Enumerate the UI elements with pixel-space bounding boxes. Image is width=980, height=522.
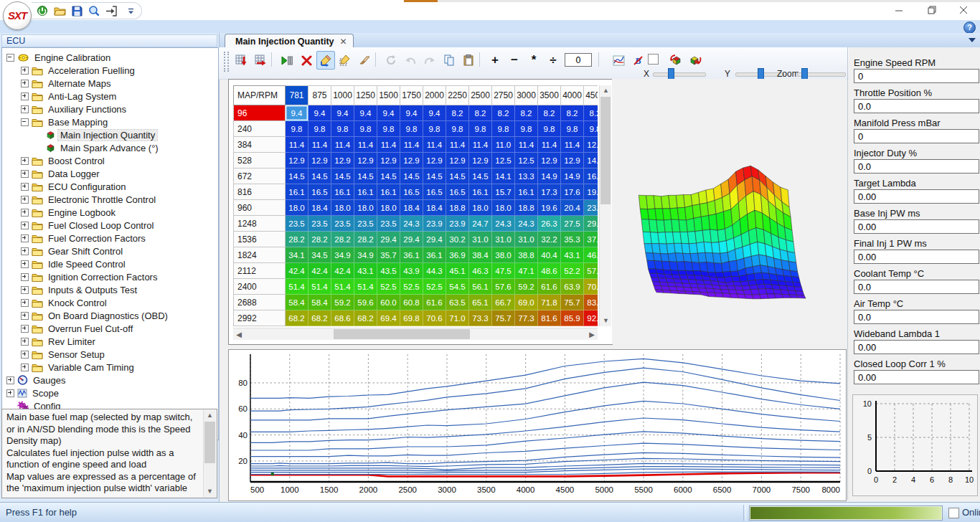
map-cell[interactable]: 14.5 (423, 169, 446, 184)
scroll-thumb[interactable] (204, 422, 215, 463)
tree-item-gear-shift-control[interactable]: Gear Shift Control (2, 245, 218, 257)
map-cell[interactable]: 65.1 (469, 295, 492, 310)
map-cell[interactable]: 34.1 (286, 247, 308, 263)
column-header-1000[interactable]: 1000 (331, 85, 354, 105)
map-cell[interactable]: 17.3 (538, 184, 561, 200)
row-header-240[interactable]: 240 (233, 121, 286, 137)
map-cell[interactable]: 18.8 (446, 200, 469, 216)
row-header-96[interactable]: 96 (233, 105, 286, 121)
map-cell[interactable]: 28.2 (308, 232, 331, 247)
expand-icon[interactable] (21, 67, 29, 75)
map-cell[interactable]: 16.1 (354, 184, 377, 200)
map-cell[interactable]: 16.1 (377, 184, 400, 200)
send-to-ecu-icon[interactable] (105, 4, 118, 17)
map-cell[interactable]: 75.7 (492, 310, 515, 326)
tree-item-fuel-correction-factors[interactable]: Fuel Correction Factors (2, 232, 218, 245)
map-cell[interactable]: 18.0 (354, 200, 377, 216)
tree-item-auxiliary-functions[interactable]: Auxiliary Functions (2, 103, 218, 115)
table-vertical-scrollbar[interactable]: ▲ ▼ (599, 85, 611, 326)
pencil-dashed-icon[interactable] (336, 51, 354, 70)
field-wideband-lambda-1[interactable] (854, 340, 979, 354)
map-cell[interactable]: 68.2 (286, 310, 308, 326)
map-cell[interactable]: 11.4 (377, 137, 400, 153)
row-header-960[interactable]: 960 (233, 200, 286, 216)
expand-icon[interactable] (6, 376, 14, 384)
map-cell[interactable]: 23.5 (377, 216, 400, 232)
expand-icon[interactable] (21, 183, 29, 191)
map-cell[interactable]: 36.1 (423, 247, 446, 263)
scroll-up-icon[interactable]: ▲ (204, 410, 216, 421)
map-cell[interactable]: 31.0 (492, 232, 515, 247)
map-cell[interactable]: 52.5 (400, 279, 423, 295)
map-cell[interactable]: 57.6 (492, 279, 515, 295)
map-cell[interactable]: 31.0 (515, 232, 538, 247)
divide-button[interactable]: ÷ (544, 51, 562, 70)
map-cell[interactable]: 61.6 (538, 279, 561, 295)
map-cell[interactable]: 18.4 (400, 200, 423, 216)
map-cell[interactable]: 9.4 (423, 105, 446, 121)
slider-zoom[interactable]: Zoom (777, 70, 844, 78)
minimize-icon[interactable] (883, 0, 915, 20)
map-cell[interactable]: 14.5 (331, 169, 354, 184)
map-cell[interactable]: 11.0 (492, 137, 515, 153)
map-cell[interactable]: 70.2 (584, 279, 598, 295)
map-cell[interactable]: 9.8 (308, 121, 331, 137)
online-checkbox[interactable] (948, 508, 959, 518)
map-cell[interactable]: 51.4 (331, 279, 354, 295)
map-cell[interactable]: 34.9 (354, 247, 377, 263)
column-header-4000[interactable]: 4000 (561, 85, 584, 105)
map-cell[interactable]: 9.8 (446, 121, 469, 137)
expand-icon[interactable] (21, 157, 29, 165)
column-header-1500[interactable]: 1500 (377, 85, 400, 105)
map-cell[interactable]: 23.5 (331, 216, 354, 232)
column-header-2500[interactable]: 2500 (469, 85, 492, 105)
field-final-inj-1-pw-ms[interactable] (854, 250, 979, 264)
map-cell[interactable]: 44.3 (423, 263, 446, 279)
map-cell[interactable]: 9.8 (561, 121, 584, 137)
map-cell[interactable]: 23.5 (286, 216, 308, 232)
map-cell[interactable]: 42.4 (331, 263, 354, 279)
map-cell[interactable]: 9.8 (331, 121, 354, 137)
map-cell[interactable]: 14.1 (584, 153, 598, 169)
row-header-672[interactable]: 672 (233, 169, 286, 184)
map-cell[interactable]: 34.9 (331, 247, 354, 263)
expand-icon[interactable] (21, 260, 29, 268)
expand-icon[interactable] (21, 351, 29, 359)
map-cell[interactable]: 61.6 (423, 295, 446, 310)
map-cell[interactable]: 47.1 (515, 263, 538, 279)
tree-item-on-board-diagnostics-obd[interactable]: On Board Diagnostics (OBD) (2, 309, 218, 322)
map-cell[interactable]: 14.5 (377, 169, 400, 184)
tree-item-sensor-setup[interactable]: Sensor Setup (2, 348, 218, 361)
map-cell[interactable]: 23.1 (584, 200, 598, 216)
search-icon[interactable] (88, 4, 100, 17)
map-cell[interactable]: 16.1 (515, 184, 538, 200)
column-header-2250[interactable]: 2250 (446, 85, 469, 105)
redo-icon[interactable] (420, 51, 439, 70)
map-cell[interactable]: 11.4 (308, 137, 331, 153)
map-cell[interactable]: 59.6 (354, 295, 377, 310)
map-cell[interactable]: 51.4 (308, 279, 331, 295)
map-cell[interactable]: 9.4 (286, 105, 308, 121)
map-cell[interactable]: 11.4 (354, 137, 377, 153)
map-cell[interactable]: 56.1 (469, 279, 492, 295)
map-cell[interactable]: 13.3 (515, 169, 538, 184)
row-header-1536[interactable]: 1536 (233, 232, 286, 247)
map-cell[interactable]: 26.3 (538, 216, 561, 232)
map-cell[interactable]: 28.2 (286, 232, 308, 247)
row-header-2112[interactable]: 2112 (233, 263, 286, 279)
map-cell[interactable]: 12.5 (515, 153, 538, 169)
map-cell[interactable]: 45.1 (446, 263, 469, 279)
tree-item-main-spark-advance[interactable]: Main Spark Advance (°) (2, 141, 218, 154)
map-cell[interactable]: 15.7 (492, 184, 515, 200)
map-cell[interactable]: 46.3 (584, 247, 598, 263)
column-header-2000[interactable]: 2000 (423, 85, 446, 105)
expand-icon[interactable] (6, 389, 14, 397)
field-engine-speed-rpm[interactable] (854, 69, 979, 83)
copy-icon[interactable] (440, 51, 458, 70)
expand-icon[interactable] (21, 170, 29, 178)
map-cell[interactable]: 63.5 (446, 295, 469, 310)
row-header-1824[interactable]: 1824 (233, 247, 286, 263)
multiply-button[interactable]: * (524, 51, 543, 70)
tab-overflow-icon[interactable] (969, 38, 976, 42)
map-cell[interactable]: 63.9 (561, 279, 584, 295)
